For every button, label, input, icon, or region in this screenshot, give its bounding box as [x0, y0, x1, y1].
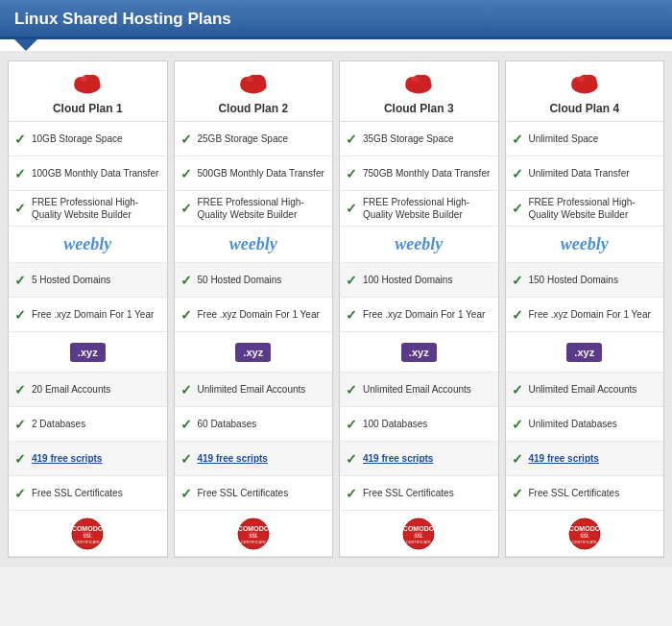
email-text-2: Unlimited Email Accounts — [198, 383, 306, 396]
check-transfer-3: ✓ — [346, 166, 359, 181]
svg-text:CERTIFICATE: CERTIFICATE — [572, 540, 597, 544]
scripts-row-3: ✓ 419 free scripts — [340, 442, 498, 476]
comodo-logo: COMODO SSL CERTIFICATE — [568, 518, 601, 550]
storage-row-1: ✓ 10GB Storage Space — [9, 122, 167, 156]
cloud-icon-3 — [400, 69, 437, 96]
transfer-text-3: 750GB Monthly Data Transfer — [363, 167, 490, 180]
comodo-logo: COMODO SSL CERTIFICATE — [237, 518, 270, 550]
weebly-logo-2: weebly — [229, 234, 277, 254]
db-text-4: Unlimited Databases — [529, 418, 617, 430]
check-builder-4: ✓ — [512, 201, 525, 216]
builder-row-2: ✓ FREE Professional High-Quality Website… — [175, 191, 333, 227]
xyz-text-2: Free .xyz Domain For 1 Year — [198, 308, 320, 321]
domains-row-1: ✓ 5 Hosted Domains — [9, 263, 167, 298]
check-db-4: ✓ — [512, 417, 525, 432]
domains-text-3: 100 Hosted Domains — [363, 274, 452, 286]
check-ssl-1: ✓ — [14, 486, 28, 501]
check-ssl-2: ✓ — [180, 486, 194, 501]
check-storage-2: ✓ — [180, 132, 194, 147]
check-scripts-3: ✓ — [346, 451, 359, 467]
svg-text:COMODO: COMODO — [403, 525, 435, 532]
svg-point-34 — [577, 76, 585, 82]
check-storage-3: ✓ — [346, 132, 359, 147]
builder-row-3: ✓ FREE Professional High-Quality Website… — [340, 191, 498, 227]
weebly-logo-1: weebly — [63, 234, 111, 254]
transfer-text-4: Unlimited Data Transfer — [529, 167, 630, 180]
plan-name-3: Cloud Plan 3 — [346, 102, 492, 115]
xyz-badge-4: .xyz — [566, 343, 602, 362]
svg-text:CERTIFICATE: CERTIFICATE — [406, 540, 431, 544]
check-domains-3: ✓ — [346, 273, 359, 288]
svg-text:CERTIFICATE: CERTIFICATE — [241, 540, 266, 544]
xyz-badge-2: .xyz — [235, 343, 271, 362]
weebly-row-2: weebly — [175, 227, 333, 263]
svg-text:COMODO: COMODO — [569, 525, 601, 532]
ssl-row-1: ✓ Free SSL Certificates — [9, 476, 167, 511]
cloud-icon-1 — [69, 69, 106, 96]
scripts-link-1[interactable]: 419 free scripts — [32, 453, 102, 464]
builder-text-4: FREE Professional High-Quality Website B… — [529, 196, 659, 221]
comodo-row-4: COMODO SSL CERTIFICATE — [506, 511, 664, 557]
transfer-text-1: 100GB Monthly Data Transfer — [32, 167, 158, 180]
domains-text-1: 5 Hosted Domains — [32, 274, 110, 286]
scripts-row-2: ✓ 419 free scripts — [175, 442, 333, 476]
check-db-2: ✓ — [180, 417, 194, 432]
email-row-3: ✓ Unlimited Email Accounts — [340, 373, 498, 407]
domains-row-2: ✓ 50 Hosted Domains — [175, 263, 333, 298]
xyz-badge-3: .xyz — [401, 343, 437, 362]
db-row-4: ✓ Unlimited Databases — [506, 407, 664, 442]
scripts-link-3[interactable]: 419 free scripts — [363, 453, 433, 464]
check-ssl-4: ✓ — [512, 486, 525, 501]
plan-column-3: Cloud Plan 3 ✓ 35GB Storage Space ✓ 750G… — [339, 60, 499, 558]
plan-header-1: Cloud Plan 1 — [9, 61, 167, 122]
check-scripts-4: ✓ — [512, 451, 525, 467]
xyz-text-3: Free .xyz Domain For 1 Year — [363, 308, 485, 321]
db-row-2: ✓ 60 Databases — [175, 407, 333, 442]
xyz-badge-row-2: .xyz — [175, 332, 333, 373]
check-storage-1: ✓ — [14, 132, 28, 147]
transfer-row-2: ✓ 500GB Monthly Data Transfer — [175, 156, 333, 191]
check-transfer-2: ✓ — [180, 166, 194, 181]
check-storage-4: ✓ — [512, 132, 525, 147]
plan-column-2: Cloud Plan 2 ✓ 25GB Storage Space ✓ 500G… — [174, 60, 334, 558]
email-row-2: ✓ Unlimited Email Accounts — [175, 373, 333, 407]
scripts-link-4[interactable]: 419 free scripts — [529, 453, 599, 464]
header-triangle — [14, 39, 37, 51]
email-text-3: Unlimited Email Accounts — [363, 383, 471, 396]
check-email-2: ✓ — [180, 382, 194, 397]
xyz-text-row-4: ✓ Free .xyz Domain For 1 Year — [506, 298, 664, 332]
storage-text-4: Unlimited Space — [529, 132, 599, 145]
xyz-text-row-3: ✓ Free .xyz Domain For 1 Year — [340, 298, 498, 332]
plan-column-4: Cloud Plan 4 ✓ Unlimited Space ✓ Unlimit… — [505, 60, 665, 558]
transfer-row-1: ✓ 100GB Monthly Data Transfer — [9, 156, 167, 191]
check-domains-1: ✓ — [14, 273, 28, 288]
domains-row-3: ✓ 100 Hosted Domains — [340, 263, 498, 298]
xyz-badge-1: .xyz — [70, 343, 106, 362]
check-email-1: ✓ — [14, 382, 28, 397]
plan-name-4: Cloud Plan 4 — [512, 102, 659, 115]
xyz-text-1: Free .xyz Domain For 1 Year — [32, 308, 154, 321]
svg-text:CERTIFICATE: CERTIFICATE — [75, 540, 100, 544]
domains-text-4: 150 Hosted Domains — [529, 274, 618, 286]
scripts-row-1: ✓ 419 free scripts — [9, 442, 167, 476]
plan-header-2: Cloud Plan 2 — [175, 61, 333, 122]
svg-rect-19 — [250, 532, 257, 538]
svg-rect-9 — [84, 532, 91, 538]
plans-container: Cloud Plan 1 ✓ 10GB Storage Space ✓ 100G… — [0, 51, 672, 567]
storage-text-3: 35GB Storage Space — [363, 132, 454, 145]
scripts-link-2[interactable]: 419 free scripts — [198, 453, 268, 464]
transfer-row-3: ✓ 750GB Monthly Data Transfer — [340, 156, 498, 191]
comodo-row-2: COMODO SSL CERTIFICATE — [175, 511, 333, 557]
db-text-2: 60 Databases — [198, 418, 257, 430]
weebly-logo-4: weebly — [561, 234, 609, 254]
check-xyz-4: ✓ — [512, 307, 525, 323]
builder-text-2: FREE Professional High-Quality Website B… — [198, 196, 327, 221]
storage-row-2: ✓ 25GB Storage Space — [175, 122, 333, 156]
weebly-row-1: weebly — [9, 227, 167, 263]
db-row-1: ✓ 2 Databases — [9, 407, 167, 442]
cloud-icon-4 — [566, 69, 603, 96]
plan-name-1: Cloud Plan 1 — [14, 102, 161, 115]
svg-rect-39 — [581, 532, 588, 538]
check-builder-1: ✓ — [14, 201, 28, 216]
transfer-row-4: ✓ Unlimited Data Transfer — [506, 156, 664, 191]
